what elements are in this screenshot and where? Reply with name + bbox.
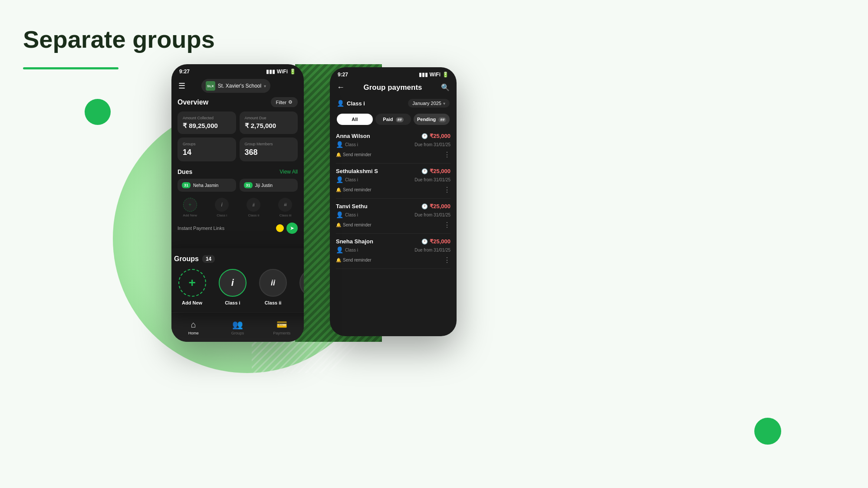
- month-selector[interactable]: January 2025 ▾: [408, 99, 450, 108]
- payment-item-4-mid: 👤 Class i Due from 31/01/25: [336, 246, 450, 253]
- groups-card: Groups 14: [178, 138, 236, 161]
- filter-icon: ⚙: [288, 99, 293, 105]
- groups-title-row: Groups 14: [174, 255, 215, 263]
- faded-class-i-circle: i: [215, 198, 229, 212]
- add-new-circle: +: [178, 269, 206, 297]
- faded-class-i-label: Class i: [217, 213, 227, 217]
- more-btn-1[interactable]: ⋮: [444, 151, 450, 159]
- time-left: 9:27: [179, 69, 190, 75]
- payment-item-2: Sethulakshmi S 🕐 ₹25,000 👤 Class i Due f…: [336, 164, 450, 199]
- page-title: Separate groups: [23, 26, 215, 53]
- yellow-dot-icon: [276, 224, 284, 232]
- dues-section: Dues View All 31 Neha Jasmin 31 Jiji Jus…: [171, 168, 304, 194]
- reminder-btn-4[interactable]: 🔔 Send reminder: [336, 258, 372, 262]
- filter-tabs: All Paid ## Pending ##: [330, 110, 457, 128]
- due-date-2: Due from 31/01/25: [414, 177, 450, 182]
- faded-add-label: Add New: [183, 213, 197, 217]
- phone-header-left: ☰ SLX St. Xavier's School ▾: [171, 76, 304, 97]
- members-value: 368: [245, 148, 293, 157]
- amount-collected-label: Amount Collected: [183, 116, 231, 120]
- groups-popup: Groups 14 View All + Add New i Class i i…: [171, 248, 304, 312]
- groups-popup-title: Groups: [174, 255, 199, 263]
- more-btn-2[interactable]: ⋮: [444, 186, 450, 194]
- school-badge[interactable]: SLX St. Xavier's School ▾: [201, 79, 270, 93]
- tab-all[interactable]: All: [337, 114, 373, 125]
- dues-row: 31 Neha Jasmin 31 Jiji Justin: [178, 179, 298, 192]
- bell-icon-2: 🔔: [336, 187, 341, 192]
- payment-amount-1: 🕐 ₹25,000: [421, 133, 450, 139]
- nav-payments[interactable]: 💳 Payments: [260, 313, 304, 342]
- payment-amount-3: 🕐 ₹25,000: [421, 203, 450, 210]
- payment-item-4-top: Sneha Shajon 🕐 ₹25,000: [336, 238, 450, 245]
- amount-due-card: Amount Due ₹ 2,75,000: [240, 111, 298, 134]
- more-btn-3[interactable]: ⋮: [444, 221, 450, 229]
- class-name: Class i: [347, 100, 365, 107]
- school-icon: SLX: [206, 81, 215, 91]
- payment-class-2: Class i: [345, 177, 358, 182]
- tab-paid-label: Paid: [383, 117, 393, 122]
- nav-groups[interactable]: 👥 Groups: [216, 313, 260, 342]
- dues-view-all[interactable]: View All: [279, 169, 298, 175]
- reminder-btn-3[interactable]: 🔔 Send reminder: [336, 223, 372, 227]
- signal-icon-right: ▮▮▮: [419, 72, 428, 78]
- groups-value: 14: [183, 148, 231, 157]
- faded-class-iii: iii Class iii: [278, 198, 292, 217]
- school-name: St. Xavier's School: [218, 83, 261, 89]
- title-underline: [23, 67, 118, 69]
- tab-paid[interactable]: Paid ##: [375, 114, 411, 125]
- month-text: January 2025: [412, 101, 441, 106]
- reminder-btn-1[interactable]: 🔔 Send reminder: [336, 152, 372, 157]
- right-phone-header: ← Group payments 🔍: [330, 79, 457, 96]
- payment-item-1-bottom: 🔔 Send reminder ⋮: [336, 151, 450, 159]
- payment-class-row-1: 👤 Class i: [336, 141, 358, 148]
- reminder-label-4: Send reminder: [343, 258, 372, 262]
- amount-collected-card: Amount Collected ₹ 89,25,000: [178, 111, 236, 134]
- faded-add-new: + Add New: [183, 198, 197, 217]
- class-iii-circle: iii: [299, 269, 304, 297]
- instant-payment-label: Instant Payment Links: [178, 226, 224, 231]
- faded-class-iii-label: Class iii: [279, 213, 292, 217]
- nav-groups-label: Groups: [231, 331, 244, 335]
- group-class-ii[interactable]: ii Class ii: [259, 269, 287, 305]
- class-i-circle: i: [219, 269, 247, 297]
- tab-all-label: All: [352, 117, 358, 122]
- amount-value-4: ₹25,000: [430, 238, 450, 245]
- instant-payment-section: Instant Payment Links ➤: [171, 219, 304, 237]
- menu-icon[interactable]: ☰: [178, 81, 185, 91]
- payment-item-3-mid: 👤 Class i Due from 31/01/25: [336, 211, 450, 218]
- group-add-new[interactable]: + Add New: [178, 269, 206, 305]
- time-right: 9:27: [338, 72, 348, 78]
- payment-class-4: Class i: [345, 248, 358, 252]
- status-icons-right: ▮▮▮ WiFi 🔋: [419, 72, 449, 78]
- group-class-iii[interactable]: iii Class iii: [299, 269, 304, 305]
- members-card: Group Members 368: [240, 138, 298, 161]
- payment-item-2-bottom: 🔔 Send reminder ⋮: [336, 186, 450, 194]
- payment-item-1-top: Anna Wilson 🕐 ₹25,000: [336, 133, 450, 139]
- reminder-label-2: Send reminder: [343, 187, 372, 192]
- nav-home[interactable]: ⌂ Home: [171, 313, 216, 342]
- signal-icon: ▮▮▮: [266, 69, 275, 75]
- tab-pending[interactable]: Pending ##: [414, 114, 450, 125]
- due-date-3: Due from 31/01/25: [414, 213, 450, 217]
- due-date-4: Due from 31/01/25: [414, 248, 450, 252]
- payment-class-1: Class i: [345, 142, 358, 147]
- class-ii-circle: ii: [259, 269, 287, 297]
- search-button[interactable]: 🔍: [441, 83, 450, 92]
- reminder-label-1: Send reminder: [343, 152, 372, 157]
- group-class-i[interactable]: i Class i: [219, 269, 247, 305]
- overview-title: Overview: [178, 98, 208, 106]
- stats-grid: Amount Collected ₹ 89,25,000 Amount Due …: [178, 111, 298, 161]
- more-btn-4[interactable]: ⋮: [444, 256, 450, 264]
- filter-label: Filter: [276, 100, 286, 105]
- reminder-label-3: Send reminder: [343, 223, 372, 227]
- amount-due-value: ₹ 2,75,000: [245, 122, 293, 130]
- payment-class-row-2: 👤 Class i: [336, 176, 358, 183]
- user-icon-1: 👤: [336, 141, 343, 148]
- payments-icon: 💳: [276, 319, 287, 330]
- send-button[interactable]: ➤: [286, 223, 298, 234]
- month-chevron-icon: ▾: [443, 101, 445, 106]
- back-button[interactable]: ←: [337, 83, 345, 92]
- due-badge-2: 31: [244, 182, 253, 188]
- filter-button[interactable]: Filter ⚙: [271, 97, 298, 107]
- reminder-btn-2[interactable]: 🔔 Send reminder: [336, 187, 372, 192]
